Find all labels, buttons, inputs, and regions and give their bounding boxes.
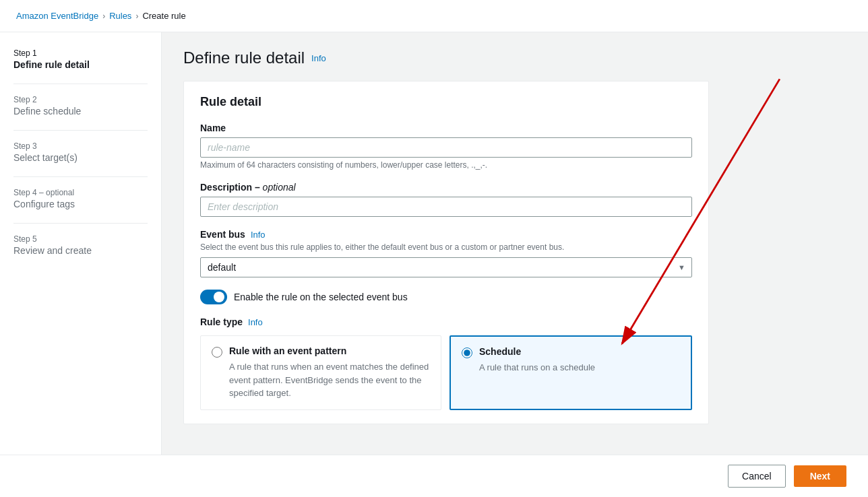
event-bus-select[interactable]: default — [200, 257, 692, 277]
event-bus-field-group: Event bus Info Select the event bus this… — [200, 229, 692, 277]
rule-type-label: Rule type — [200, 317, 243, 327]
step-divider-3 — [13, 176, 148, 177]
breadcrumb-link-rules[interactable]: Rules — [109, 11, 131, 21]
step-3-label: Step 3 — [13, 141, 148, 151]
enable-toggle[interactable] — [200, 290, 227, 304]
breadcrumb-current: Create rule — [142, 11, 185, 21]
step-1-title: Define rule detail — [13, 59, 148, 70]
sidebar-step-3: Step 3 Select target(s) — [13, 141, 148, 163]
page-title-info-link[interactable]: Info — [311, 53, 326, 63]
sidebar: Step 1 Define rule detail Step 2 Define … — [0, 32, 162, 497]
name-label: Name — [200, 123, 692, 133]
breadcrumb-link-eventbridge[interactable]: Amazon EventBridge — [16, 11, 98, 21]
description-label: Description – optional — [200, 182, 692, 193]
step-divider-2 — [13, 130, 148, 131]
footer: Cancel Next — [0, 455, 868, 497]
step-divider-4 — [13, 223, 148, 224]
rule-detail-card: Rule detail Name Maximum of 64 character… — [183, 81, 709, 424]
name-input[interactable] — [200, 137, 692, 158]
event-bus-label: Event bus — [200, 229, 245, 240]
event-bus-info-link[interactable]: Info — [251, 230, 266, 240]
card-title: Rule detail — [200, 95, 692, 109]
rule-option-schedule[interactable]: Schedule A rule that runs on a schedule — [450, 335, 692, 410]
rule-type-info-link[interactable]: Info — [248, 317, 263, 327]
rule-type-section: Rule type Info Rule with an event patter… — [200, 317, 692, 410]
sidebar-step-1: Step 1 Define rule detail — [13, 48, 148, 70]
rule-type-options: Rule with an event pattern A rule that r… — [200, 335, 692, 410]
main-content: Define rule detail Info Rule detail Name… — [162, 32, 868, 497]
name-hint: Maximum of 64 characters consisting of n… — [200, 160, 692, 170]
step-4-label: Step 4 – optional — [13, 188, 148, 197]
rule-option-event-pattern[interactable]: Rule with an event pattern A rule that r… — [200, 335, 441, 410]
step-4-title: Configure tags — [13, 199, 148, 209]
description-field-group: Description – optional — [200, 182, 692, 217]
description-input[interactable] — [200, 197, 692, 217]
next-button[interactable]: Next — [794, 465, 846, 487]
rule-option-event-pattern-radio[interactable] — [212, 347, 222, 358]
name-field-group: Name Maximum of 64 characters consisting… — [200, 123, 692, 170]
breadcrumb: Amazon EventBridge › Rules › Create rule — [0, 0, 868, 32]
step-divider-1 — [13, 84, 148, 84]
toggle-row: Enable the rule on the selected event bu… — [200, 290, 692, 304]
breadcrumb-sep-1: › — [102, 11, 105, 21]
step-2-title: Define schedule — [13, 106, 148, 117]
rule-option-event-pattern-title: Rule with an event pattern — [229, 345, 430, 356]
step-1-label: Step 1 — [13, 48, 148, 58]
breadcrumb-sep-2: › — [135, 11, 138, 21]
step-5-label: Step 5 — [13, 234, 148, 244]
page-title: Define rule detail Info — [183, 48, 846, 67]
step-5-title: Review and create — [13, 245, 148, 256]
rule-option-schedule-radio[interactable] — [462, 347, 472, 358]
rule-option-schedule-content: Schedule A rule that runs on a schedule — [479, 346, 595, 399]
cancel-button[interactable]: Cancel — [728, 465, 786, 488]
rule-option-schedule-desc: A rule that runs on a schedule — [479, 361, 595, 374]
event-bus-hint: Select the event bus this rule applies t… — [200, 242, 692, 252]
step-2-label: Step 2 — [13, 95, 148, 104]
toggle-slider — [200, 290, 227, 304]
sidebar-step-5: Step 5 Review and create — [13, 234, 148, 256]
step-3-title: Select target(s) — [13, 152, 148, 163]
event-bus-select-wrapper: default — [200, 257, 692, 277]
rule-type-header: Rule type Info — [200, 317, 692, 327]
rule-option-schedule-title: Schedule — [479, 346, 595, 357]
rule-option-event-pattern-content: Rule with an event pattern A rule that r… — [229, 345, 430, 400]
rule-option-event-pattern-desc: A rule that runs when an event matches t… — [229, 360, 430, 400]
toggle-label: Enable the rule on the selected event bu… — [234, 292, 408, 302]
sidebar-step-4: Step 4 – optional Configure tags — [13, 188, 148, 209]
sidebar-step-2: Step 2 Define schedule — [13, 95, 148, 117]
